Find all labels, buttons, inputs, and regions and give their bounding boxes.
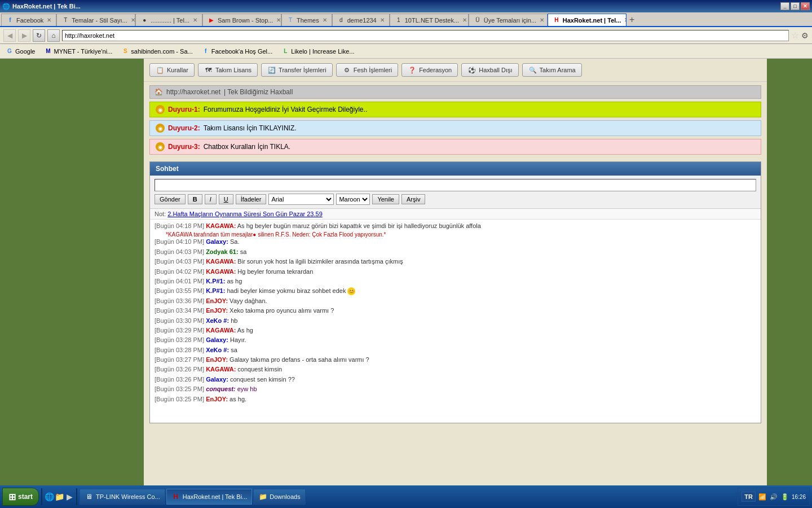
- page-content: 📋 Kurallar 🗺 Takım Lisans 🔄 Transfer İşl…: [144, 59, 767, 485]
- quick-launch: 🌐 📁 ▶: [45, 492, 74, 501]
- sambrown-favicon: ▶: [208, 16, 215, 24]
- chat-note-prefix: Not:: [155, 211, 166, 217]
- tab-tel[interactable]: ● ............ | Tel... ✕: [135, 14, 202, 26]
- haxball-disi-label: Haxball Dışı: [479, 67, 512, 73]
- underline-button[interactable]: U: [219, 194, 233, 204]
- announcement-2[interactable]: ◉ Duyuru-2: Takım Lisansı İçin TIKLAYINI…: [149, 120, 761, 136]
- announcement-2-icon: ◉: [156, 124, 165, 133]
- smiley-icon: 😊: [347, 287, 355, 295]
- tab-temalar[interactable]: T Temalar - Stil Sayı... ✕: [56, 14, 135, 26]
- bold-button[interactable]: B: [188, 194, 202, 204]
- likelo-favicon: L: [281, 47, 289, 55]
- facebook-favicon: f: [6, 16, 14, 24]
- fesh-icon: ⚙: [342, 65, 351, 75]
- tools-icon[interactable]: ⚙: [801, 31, 809, 40]
- title-bar: 🌐 HaxRoket.net | Tek Bi... _ □ ✕: [0, 0, 812, 12]
- system-tray: TR 📶 🔊 🔋 16:26: [738, 488, 810, 506]
- site-url: http://haxroket.net: [166, 88, 220, 96]
- chat-note-link[interactable]: 2.Hafta Maçların Oynanma Süresi Son Gün …: [167, 211, 323, 217]
- transfer-button[interactable]: 🔄 Transfer İşlemleri: [261, 63, 333, 77]
- chat-text-input[interactable]: [155, 179, 756, 191]
- tab-label: ............ | Tel...: [151, 17, 189, 24]
- tab-sambrown[interactable]: ▶ Sam Brown - Stop... ✕: [202, 14, 281, 26]
- italic-button[interactable]: I: [205, 194, 217, 204]
- bookmark-mynet[interactable]: M MYNET - Türkiye'ni...: [41, 46, 116, 57]
- announcement-1[interactable]: ◉ Duyuru-1: Forumumuza Hoşgeldiniz İyi V…: [149, 102, 761, 117]
- tab-close-icon[interactable]: ✕: [462, 17, 467, 23]
- taskbar-tplink-button[interactable]: 🖥 TP-LINK Wireless Co...: [80, 489, 165, 505]
- deme-favicon: d: [337, 16, 345, 24]
- list-item: [Bugün 04:18 PM] KAGAWA: As hg beyler bu…: [155, 222, 756, 230]
- list-item: [Bugün 03:30 PM] XeKo #: hb: [155, 317, 756, 325]
- maximize-button[interactable]: □: [791, 2, 800, 10]
- archive-button[interactable]: Arşiv: [401, 194, 425, 204]
- taskbar-divider-2: [76, 488, 77, 505]
- address-input[interactable]: [62, 30, 789, 41]
- bookmark-sahibinden[interactable]: S sahibinden.com - Sa...: [118, 46, 196, 57]
- taskbar-haxroket-button[interactable]: H HaxRoket.net | Tek Bi...: [166, 489, 253, 505]
- tab-label: HaxRoket.net | Tel...: [563, 17, 621, 24]
- haxball-disi-icon: ⚽: [467, 65, 476, 75]
- refresh-chat-button[interactable]: Yenile: [372, 194, 399, 204]
- color-select[interactable]: Maroon Red Blue: [336, 194, 370, 205]
- folder-icon[interactable]: 📁: [55, 492, 64, 501]
- takim-arama-button[interactable]: 🔍 Takım Arama: [522, 63, 582, 77]
- haxroket-taskbar-label: HaxRoket.net | Tek Bi...: [183, 493, 248, 500]
- tab-close-icon[interactable]: ✕: [380, 17, 385, 23]
- start-button[interactable]: ⊞ start: [2, 488, 39, 506]
- tab-close-icon[interactable]: ✕: [131, 17, 135, 23]
- tab-label: Sam Brown - Stop...: [218, 17, 273, 24]
- network-icon: 📶: [758, 492, 767, 501]
- language-button[interactable]: TR: [742, 492, 756, 502]
- tab-10tl[interactable]: 1 10TL.NET Destek... ✕: [390, 14, 469, 26]
- ie-icon[interactable]: 🌐: [45, 492, 54, 501]
- chat-note: Not: 2.Hafta Maçların Oynanma Süresi Son…: [150, 209, 761, 220]
- tab-close-icon[interactable]: ✕: [276, 17, 281, 23]
- forward-button[interactable]: ▶: [18, 29, 30, 42]
- tab-themes[interactable]: T Themes ✕: [281, 14, 332, 26]
- bookmark-google[interactable]: G Google: [2, 46, 38, 57]
- bookmark-star-icon[interactable]: ☆: [791, 30, 799, 41]
- tab-close-icon[interactable]: ✕: [47, 17, 51, 23]
- fesh-label: Fesh İşlemleri: [354, 67, 392, 73]
- takim-lisans-button[interactable]: 🗺 Takım Lisans: [198, 63, 258, 77]
- content-area: 📋 Kurallar 🗺 Takım Lisans 🔄 Transfer İşl…: [0, 59, 812, 485]
- tab-close-icon[interactable]: ✕: [323, 17, 327, 23]
- announcement-3[interactable]: ◉ Duyuru-3: Chatbox Kuralları İçin TIKLA…: [149, 139, 761, 155]
- refresh-button[interactable]: ↻: [33, 29, 45, 42]
- new-tab-button[interactable]: +: [626, 14, 638, 26]
- haxroket-favicon: H: [553, 16, 561, 24]
- tab-facebook[interactable]: f Facebook ✕: [1, 14, 56, 26]
- kurallar-button[interactable]: 📋 Kurallar: [149, 63, 195, 77]
- tab-deme[interactable]: d deme1234 ✕: [332, 14, 390, 26]
- bookmark-facebook-hg[interactable]: f Facebook'a Hoş Gel...: [198, 46, 276, 57]
- google-favicon: G: [6, 47, 14, 55]
- volume-icon: 🔊: [769, 492, 778, 501]
- minimize-button[interactable]: _: [780, 2, 789, 10]
- back-button[interactable]: ◀: [3, 29, 16, 42]
- chat-header: Sohbet: [150, 162, 761, 176]
- facebook-hg-favicon: f: [202, 47, 210, 55]
- windows-logo-icon: ⊞: [8, 492, 16, 502]
- announcement-3-number: Duyuru-3:: [168, 143, 200, 151]
- send-button[interactable]: Gönder: [155, 194, 186, 204]
- announcement-2-text: Takım Lisansı İçin TIKLAYINIZ.: [204, 124, 297, 132]
- media-icon[interactable]: ▶: [65, 492, 74, 501]
- tab-uye[interactable]: Ü Üye Temaları için... ✕: [469, 14, 548, 26]
- fesh-button[interactable]: ⚙ Fesh İşlemleri: [336, 63, 398, 77]
- announcement-1-text: Forumumuza Hoşgeldiniz İyi Vakit Geçirme…: [204, 106, 368, 113]
- haxball-disi-button[interactable]: ⚽ Haxball Dışı: [461, 63, 518, 77]
- expressions-button[interactable]: İfadeler: [236, 194, 267, 204]
- home-button[interactable]: ⌂: [47, 29, 60, 42]
- close-button[interactable]: ✕: [801, 2, 810, 10]
- font-select[interactable]: Arial Times New Roman Verdana: [268, 194, 334, 205]
- tab-close-icon[interactable]: ✕: [193, 17, 197, 23]
- tab-bar: f Facebook ✕ T Temalar - Stil Sayı... ✕ …: [0, 12, 812, 27]
- taskbar-downloads-button[interactable]: 📁 Downloads: [253, 489, 305, 505]
- temalar-favicon: T: [61, 16, 69, 24]
- tel-favicon: ●: [140, 16, 148, 24]
- tab-close-icon[interactable]: ✕: [540, 17, 544, 23]
- federasyon-button[interactable]: ❓ Federasyon: [401, 63, 458, 77]
- bookmark-likelo[interactable]: L Likelo | Increase Like...: [278, 46, 358, 57]
- tab-haxroket[interactable]: H HaxRoket.net | Tel... ✕: [548, 14, 626, 26]
